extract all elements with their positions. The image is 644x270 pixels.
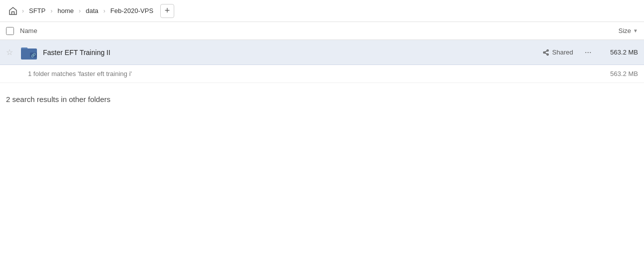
file-name: Faster EFT Training II [43, 48, 543, 56]
breadcrumb-home[interactable]: home [54, 6, 77, 16]
folder-matches-text: 1 folder matches 'faster eft training i' [28, 70, 610, 78]
breadcrumb-data[interactable]: data [83, 6, 101, 16]
home-button[interactable] [6, 4, 20, 18]
svg-text:🔗: 🔗 [31, 52, 36, 58]
sep-2: › [50, 8, 52, 14]
sep-3: › [79, 8, 81, 14]
svg-line-7 [545, 52, 547, 54]
select-all-checkbox[interactable] [6, 27, 14, 35]
info-size: 563.2 MB [610, 70, 638, 78]
size-column-header[interactable]: Size ▼ [619, 27, 638, 34]
size-label: Size [619, 27, 631, 34]
name-column-header: Name [20, 27, 619, 34]
sep-1: › [22, 8, 24, 14]
sep-4: › [103, 8, 105, 14]
column-header: Name Size ▼ [0, 22, 644, 40]
add-tab-button[interactable]: + [160, 4, 174, 18]
svg-line-6 [545, 50, 547, 52]
svg-point-5 [547, 54, 549, 55]
other-results-text: 2 search results in other folders [6, 95, 110, 104]
info-row: 1 folder matches 'faster eft training i'… [0, 65, 644, 83]
star-icon[interactable]: ☆ [6, 48, 16, 57]
shared-badge: Shared [543, 48, 573, 56]
breadcrumb-feb2020vps[interactable]: Feb-2020-VPS [107, 6, 156, 16]
svg-point-4 [544, 52, 545, 53]
file-size: 563.2 MB [603, 48, 638, 56]
breadcrumb: › SFTP › home › data › Feb-2020-VPS + [0, 0, 644, 22]
svg-point-3 [547, 50, 549, 51]
shared-label: Shared [552, 48, 573, 56]
file-row[interactable]: ☆ 🔗 Faster EFT Training II Shared ··· 56… [0, 40, 644, 65]
other-results-section: 2 search results in other folders [0, 83, 644, 110]
breadcrumb-sftp[interactable]: SFTP [26, 6, 48, 16]
sort-arrow-icon: ▼ [633, 28, 638, 34]
more-options-button[interactable]: ··· [581, 46, 595, 60]
folder-icon: 🔗 [20, 44, 38, 62]
